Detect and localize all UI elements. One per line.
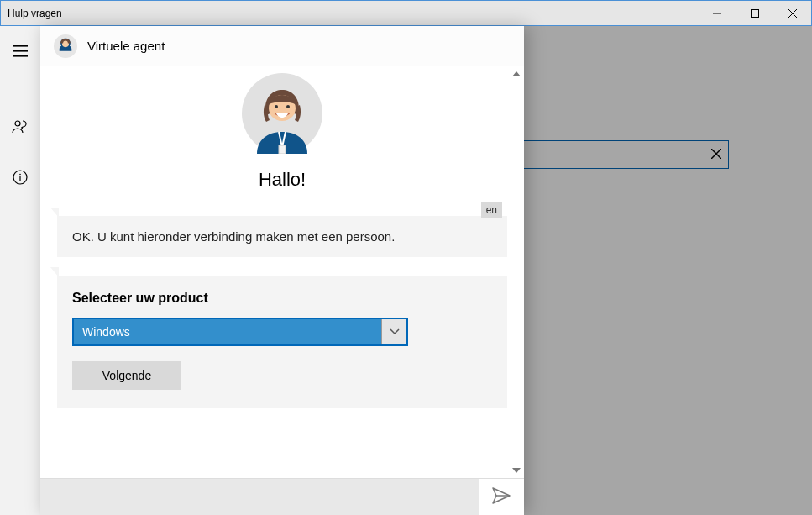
window-titlebar: Hulp vragen	[0, 0, 812, 26]
agent-header: Virtuele agent	[40, 26, 524, 66]
agent-greeting: Hallo!	[259, 169, 306, 191]
send-icon	[492, 487, 511, 507]
svg-rect-4	[13, 55, 28, 57]
product-dropdown-value: Windows	[82, 325, 130, 339]
sidebar	[0, 26, 40, 515]
svg-rect-3	[13, 50, 28, 52]
minimize-button[interactable]	[698, 1, 736, 25]
maximize-button[interactable]	[736, 1, 773, 25]
svg-point-14	[275, 105, 278, 108]
svg-rect-12	[279, 145, 286, 154]
language-chip[interactable]: en	[481, 202, 502, 218]
agent-avatar-block: Hallo!	[57, 73, 507, 191]
agent-avatar-small-icon	[54, 34, 77, 58]
agent-conversation-body[interactable]: Hallo! en OK. U kunt hieronder verbindin…	[40, 66, 524, 478]
window-controls	[698, 1, 811, 25]
next-button-label: Volgende	[102, 369, 151, 382]
svg-point-5	[15, 121, 20, 126]
send-button[interactable]	[479, 479, 524, 515]
chat-input[interactable]	[40, 479, 479, 515]
chevron-down-icon	[381, 319, 406, 344]
agent-header-title: Virtuele agent	[87, 39, 165, 53]
scroll-up-icon[interactable]	[511, 68, 522, 80]
info-icon[interactable]	[0, 160, 40, 194]
virtual-agent-panel: Virtuele agent	[40, 26, 524, 515]
person-support-icon[interactable]	[0, 110, 40, 144]
select-product-block: Selecteer uw product Windows Volgende	[57, 276, 507, 408]
svg-rect-1	[751, 9, 758, 17]
chat-input-row	[40, 478, 524, 515]
product-dropdown[interactable]: Windows	[72, 318, 408, 346]
svg-rect-8	[19, 176, 20, 181]
next-button[interactable]: Volgende	[72, 361, 181, 390]
agent-message-text: OK. U kunt hieronder verbinding maken me…	[72, 229, 395, 244]
agent-avatar-large-icon	[242, 73, 322, 154]
svg-point-7	[19, 174, 21, 176]
hamburger-icon[interactable]	[0, 34, 40, 68]
scroll-down-icon[interactable]	[511, 465, 522, 476]
svg-rect-0	[713, 13, 721, 13]
close-button[interactable]	[773, 1, 811, 25]
select-product-heading: Selecteer uw product	[72, 291, 492, 306]
window-title: Hulp vragen	[8, 8, 62, 19]
agent-message-bubble: en OK. U kunt hieronder verbinding maken…	[57, 216, 507, 257]
svg-point-15	[286, 105, 290, 108]
svg-rect-2	[13, 45, 28, 47]
